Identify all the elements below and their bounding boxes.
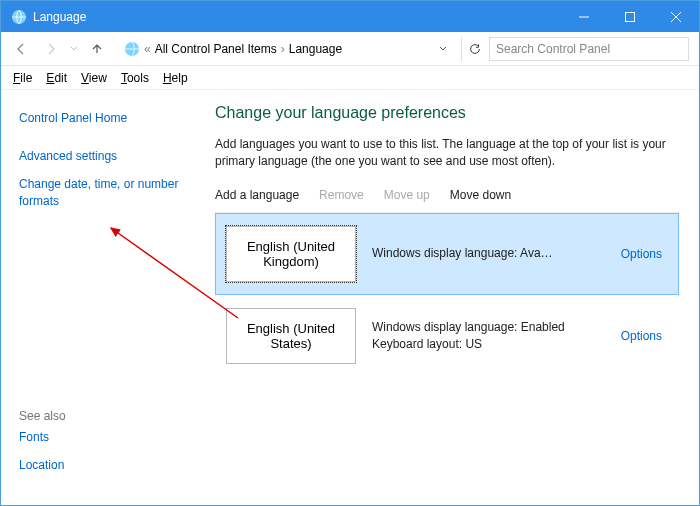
address-bar[interactable]: « All Control Panel Items › Language xyxy=(117,37,455,61)
up-button[interactable] xyxy=(83,35,111,63)
search-input[interactable]: Search Control Panel xyxy=(489,37,689,61)
close-button[interactable] xyxy=(653,1,699,32)
sidebar-formats[interactable]: Change date, time, or number formats xyxy=(19,170,197,214)
language-toolbar: Add a language Remove Move up Move down xyxy=(215,188,679,202)
nav-toolbar: « All Control Panel Items › Language Sea… xyxy=(1,32,699,66)
breadcrumb-language[interactable]: Language xyxy=(285,40,346,58)
sidebar: Control Panel Home Advanced settings Cha… xyxy=(1,90,215,505)
address-icon xyxy=(120,39,144,59)
sidebar-home[interactable]: Control Panel Home xyxy=(19,104,197,132)
language-row-us[interactable]: English (United States) Windows display … xyxy=(215,295,679,377)
address-dropdown[interactable] xyxy=(434,42,452,56)
menu-tools[interactable]: Tools xyxy=(121,71,149,85)
page-heading: Change your language preferences xyxy=(215,104,679,122)
recent-locations-dropdown[interactable] xyxy=(67,35,81,63)
menu-bar: File Edit View Tools Help xyxy=(1,66,699,90)
page-description: Add languages you want to use to this li… xyxy=(215,136,679,170)
breadcrumb-sep[interactable]: « xyxy=(144,42,151,56)
svg-rect-2 xyxy=(626,12,635,21)
menu-file[interactable]: File xyxy=(13,71,32,85)
language-list: English (United Kingdom) Windows display… xyxy=(215,212,679,377)
menu-help[interactable]: Help xyxy=(163,71,188,85)
title-bar: Language xyxy=(1,1,699,32)
sidebar-advanced[interactable]: Advanced settings xyxy=(19,142,197,170)
forward-button[interactable] xyxy=(37,35,65,63)
language-tile: English (United States) xyxy=(226,308,356,364)
options-link[interactable]: Options xyxy=(621,247,662,261)
minimize-button[interactable] xyxy=(561,1,607,32)
back-button[interactable] xyxy=(7,35,35,63)
language-tile: English (United Kingdom) xyxy=(226,226,356,282)
move-up-button[interactable]: Move up xyxy=(384,188,430,202)
breadcrumb-all-items[interactable]: All Control Panel Items xyxy=(151,40,281,58)
refresh-button[interactable] xyxy=(461,37,487,61)
move-down-button[interactable]: Move down xyxy=(450,188,511,202)
remove-button[interactable]: Remove xyxy=(319,188,364,202)
language-row-uk[interactable]: English (United Kingdom) Windows display… xyxy=(215,213,679,295)
language-icon xyxy=(11,9,27,25)
main-panel: Change your language preferences Add lan… xyxy=(215,90,699,505)
content-area: Control Panel Home Advanced settings Cha… xyxy=(1,90,699,505)
maximize-button[interactable] xyxy=(607,1,653,32)
language-meta: Windows display language: Ava… xyxy=(372,245,605,262)
sidebar-fonts[interactable]: Fonts xyxy=(19,423,197,451)
see-also-label: See also xyxy=(19,401,197,423)
options-link[interactable]: Options xyxy=(621,329,662,343)
add-language-button[interactable]: Add a language xyxy=(215,188,299,202)
menu-view[interactable]: View xyxy=(81,71,107,85)
window-title: Language xyxy=(33,10,86,24)
menu-edit[interactable]: Edit xyxy=(46,71,67,85)
sidebar-location[interactable]: Location xyxy=(19,451,197,479)
language-meta: Windows display language: Enabled Keyboa… xyxy=(372,319,605,353)
search-placeholder: Search Control Panel xyxy=(496,42,610,56)
